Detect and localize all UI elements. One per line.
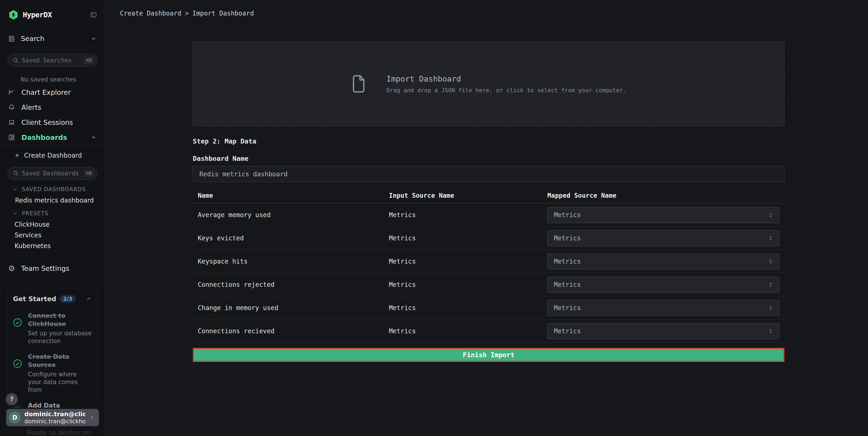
hyperdx-logo-icon	[8, 9, 19, 20]
chevron-down-icon	[13, 211, 18, 216]
mapped-source-select[interactable]: Metrics	[547, 277, 779, 293]
preset-item-services[interactable]: Services	[0, 230, 105, 240]
create-dashboard-label: Create Dashboard	[24, 152, 82, 159]
saved-dashboard-item[interactable]: Redis metrics dashboard	[0, 196, 105, 205]
nav-label: Client Sessions	[21, 118, 73, 126]
nav-label: Dashboards	[21, 134, 67, 142]
gear-icon: ⚙	[8, 264, 15, 272]
check-circle-icon	[13, 359, 22, 368]
chevron-up-icon[interactable]	[86, 296, 92, 302]
no-saved-searches-text: No saved searches	[21, 76, 76, 83]
nav-label: Chart Explorer	[21, 88, 71, 96]
column-header-input-source: Input Source Name	[389, 192, 547, 199]
row-name: Keyspace hits	[193, 258, 389, 265]
sidebar-item-chart-explorer[interactable]: Chart Explorer	[0, 85, 105, 100]
shortcut-badge: ⌘K	[84, 170, 94, 177]
get-started-header[interactable]: Get Started 2/3	[13, 294, 92, 304]
saved-searches-input[interactable]	[22, 57, 80, 64]
team-settings-button[interactable]: ⚙ Team Settings	[0, 261, 105, 275]
table-row: Average memory used Metrics Metrics	[193, 203, 784, 227]
app-window: HyperDX Search	[0, 0, 868, 436]
breadcrumb-import-dashboard: Import Dashboard	[192, 9, 254, 17]
get-started-item-add-data[interactable]: 3 Add Data Start sending logs, metrics, …	[13, 401, 92, 408]
main-area: Create Dashboard > Import Dashboard Impo…	[105, 0, 868, 436]
mapped-source-select[interactable]: Metrics	[547, 207, 779, 223]
select-updown-icon	[768, 235, 774, 241]
row-input-source: Metrics	[389, 258, 547, 265]
sidebar-item-client-sessions[interactable]: Client Sessions	[0, 115, 105, 130]
row-name: Change in memory used	[193, 304, 389, 312]
mapped-source-select[interactable]: Metrics	[547, 230, 779, 246]
saved-dashboards-input[interactable]	[22, 170, 80, 177]
user-name: dominic.tran@clic...	[24, 410, 85, 418]
get-started-panel: Get Started 2/3 Connect to ClickHouse	[7, 288, 97, 408]
mapped-source-select[interactable]: Metrics	[547, 323, 779, 339]
breadcrumb-create-dashboard[interactable]: Create Dashboard	[120, 9, 181, 17]
get-started-item-sources[interactable]: Create Data Sources Configure where your…	[13, 353, 92, 394]
table-row: Connections rejected Metrics Metrics	[193, 273, 784, 296]
laptop-icon	[8, 119, 15, 126]
dropzone-subtitle: Drag and drop a JSON file here, or click…	[386, 87, 626, 94]
sidebar-item-alerts[interactable]: Alerts	[0, 100, 105, 115]
import-dashboard-content: Import Dashboard Drag and drop a JSON fi…	[193, 42, 784, 362]
chevron-down-icon	[13, 187, 18, 192]
select-updown-icon	[768, 282, 774, 288]
chevron-up-icon[interactable]	[91, 135, 96, 140]
select-updown-icon	[768, 212, 774, 218]
search-icon	[13, 170, 19, 176]
app-title: HyperDX	[23, 10, 52, 19]
create-dashboard-button[interactable]: Create Dashboard	[0, 148, 105, 163]
preset-item-clickhouse[interactable]: ClickHouse	[0, 219, 105, 230]
table-header-row: Name Input Source Name Mapped Source Nam…	[193, 188, 784, 203]
sidebar-item-dashboards[interactable]: Dashboards	[0, 130, 105, 145]
saved-searches-search[interactable]: ⌘K	[7, 54, 97, 66]
team-settings-label: Team Settings	[21, 264, 69, 272]
help-button[interactable]: ?	[6, 393, 18, 405]
hyperdx-logo[interactable]: HyperDX	[8, 9, 52, 20]
mapping-table: Name Input Source Name Mapped Source Nam…	[193, 188, 784, 343]
saved-dashboards-heading[interactable]: SAVED DASHBOARDS	[0, 185, 105, 194]
row-input-source: Metrics	[389, 327, 547, 335]
row-input-source: Metrics	[389, 304, 547, 312]
dashboard-name-input[interactable]	[193, 166, 784, 182]
get-started-item-connect[interactable]: Connect to ClickHouse Set up your databa…	[13, 312, 92, 345]
mapped-source-select[interactable]: Metrics	[547, 300, 779, 316]
chevron-right-icon	[89, 414, 95, 420]
column-header-mapped-source: Mapped Source Name	[547, 192, 784, 199]
row-name: Connections rejected	[193, 281, 389, 288]
preset-item-kubernetes[interactable]: Kubernetes	[0, 240, 105, 251]
table-row: Change in memory used Metrics Metrics	[193, 296, 784, 320]
sidebar-section-search[interactable]: Search	[0, 30, 105, 48]
get-started-item-title: Create Data Sources	[28, 353, 92, 369]
row-input-source: Metrics	[389, 281, 547, 288]
table-row: Connections recieved Metrics Metrics	[193, 320, 784, 343]
step-number-badge: 3	[12, 405, 22, 408]
dashboard-name-label: Dashboard Name	[193, 155, 784, 163]
sidebar-collapse-icon[interactable]	[90, 11, 97, 18]
dropzone-title: Import Dashboard	[386, 74, 626, 83]
sidebar: HyperDX Search	[0, 0, 105, 436]
file-dropzone[interactable]: Import Dashboard Drag and drop a JSON fi…	[193, 42, 784, 126]
shortcut-badge: ⌘K	[84, 57, 94, 64]
get-started-progress-badge: 2/3	[60, 295, 75, 303]
step-label: Step 2: Map Data	[193, 137, 784, 145]
plus-icon	[14, 152, 20, 158]
check-circle-icon	[13, 318, 22, 327]
file-icon	[351, 74, 366, 94]
column-header-name: Name	[193, 192, 389, 199]
finish-import-button[interactable]: Finish Import	[193, 348, 784, 362]
saved-dashboards-search[interactable]: ⌘K	[7, 167, 97, 180]
sidebar-nav: Chart Explorer Alerts Client Sessions	[0, 85, 105, 145]
select-updown-icon	[768, 328, 774, 334]
get-started-item-title: Connect to ClickHouse	[28, 312, 92, 328]
breadcrumb: Create Dashboard > Import Dashboard	[120, 9, 254, 17]
cloud-promo-text: Ready to deploy on ClickHouse Cloud?	[27, 427, 91, 436]
chevron-up-icon[interactable]	[91, 36, 96, 42]
breadcrumb-separator: >	[185, 9, 189, 17]
user-account-button[interactable]: D dominic.tran@clic... dominic.tran@clic…	[6, 409, 99, 426]
mapped-source-select[interactable]: Metrics	[547, 254, 779, 269]
logo-row: HyperDX	[0, 0, 105, 30]
presets-heading[interactable]: PRESETS	[0, 209, 105, 217]
line-chart-icon	[8, 89, 15, 96]
avatar: D	[9, 412, 21, 424]
